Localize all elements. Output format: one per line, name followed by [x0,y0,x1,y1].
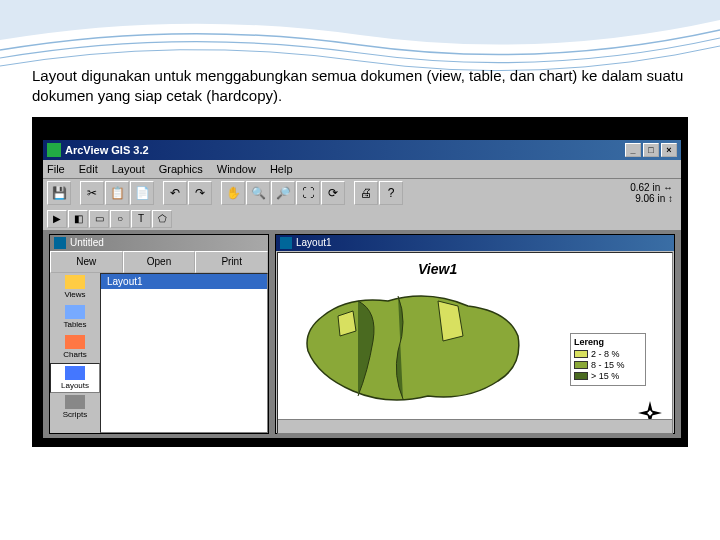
menu-window[interactable]: Window [217,163,256,175]
zoom-out-icon[interactable]: 🔎 [271,181,295,205]
layout-window[interactable]: Layout1 View1 [275,234,675,434]
sidebar-item-views[interactable]: Views [50,273,100,303]
legend-label: 2 - 8 % [591,349,620,359]
paste-icon[interactable]: 📄 [130,181,154,205]
pan-icon[interactable]: ✋ [221,181,245,205]
app-title-text: ArcView GIS 3.2 [65,144,149,156]
project-window[interactable]: Untitled New Open Print Views Tables Cha… [49,234,269,434]
open-button[interactable]: Open [123,251,196,273]
project-titlebar[interactable]: Untitled [50,235,268,251]
layout-title-text: Layout1 [296,237,332,248]
project-title-text: Untitled [70,237,104,248]
app-icon [47,143,61,157]
fit-icon[interactable]: ⛶ [296,181,320,205]
menu-graphics[interactable]: Graphics [159,163,203,175]
svg-marker-2 [638,410,650,416]
pixel-tool-icon[interactable]: ◧ [68,210,88,228]
workspace: Untitled New Open Print Views Tables Cha… [43,230,681,438]
coord-bottom: 9.06 in ↕ [630,193,673,204]
layout-canvas[interactable]: View1 Lereng 2 - 8 [277,252,673,434]
legend-row: > 15 % [574,371,642,381]
save-icon[interactable]: 💾 [47,181,71,205]
text-tool-icon[interactable]: T [131,210,151,228]
legend-row: 8 - 15 % [574,360,642,370]
legend-swatch [574,361,588,369]
refresh-icon[interactable]: ⟳ [321,181,345,205]
project-list[interactable]: Layout1 [100,273,268,433]
coordinate-readout: 0.62 in ↔ 9.06 in ↕ [630,182,673,204]
coord-top: 0.62 in ↔ [630,182,673,193]
sidebar-item-layouts[interactable]: Layouts [50,363,100,393]
rect-tool-icon[interactable]: ▭ [89,210,109,228]
app-titlebar[interactable]: ArcView GIS 3.2 _ □ × [43,140,681,160]
layout-titlebar[interactable]: Layout1 [276,235,674,251]
menu-layout[interactable]: Layout [112,163,145,175]
legend-swatch [574,350,588,358]
project-sidebar: Views Tables Charts Layouts Scripts [50,273,100,433]
undo-icon[interactable]: ↶ [163,181,187,205]
svg-marker-3 [650,410,662,416]
sidebar-item-scripts[interactable]: Scripts [50,393,100,423]
project-icon [54,237,66,249]
map-legend: Lereng 2 - 8 % 8 - 15 % > 15 % [570,333,646,386]
layout-icon [280,237,292,249]
print-icon[interactable]: 🖨 [354,181,378,205]
circle-tool-icon[interactable]: ○ [110,210,130,228]
cut-icon[interactable]: ✂ [80,181,104,205]
legend-title: Lereng [574,337,642,347]
maximize-button[interactable]: □ [643,143,659,157]
close-button[interactable]: × [661,143,677,157]
sidebar-item-tables[interactable]: Tables [50,303,100,333]
map-graphic [298,281,528,421]
list-item[interactable]: Layout1 [101,274,267,289]
menu-file[interactable]: File [47,163,65,175]
print-button[interactable]: Print [195,251,268,273]
menu-help[interactable]: Help [270,163,293,175]
menu-edit[interactable]: Edit [79,163,98,175]
minimize-button[interactable]: _ [625,143,641,157]
legend-row: 2 - 8 % [574,349,642,359]
view-label: View1 [418,261,457,277]
new-button[interactable]: New [50,251,123,273]
app-window: ArcView GIS 3.2 _ □ × File Edit Layout G… [42,139,682,439]
scrollbar-horizontal[interactable] [278,419,672,433]
toolbar-main: 💾 ✂ 📋 📄 ↶ ↷ ✋ 🔍 🔎 ⛶ ⟳ 🖨 ? [43,178,681,208]
pointer-tool-icon[interactable]: ▶ [47,210,67,228]
legend-swatch [574,372,588,380]
app-screenshot: ArcView GIS 3.2 _ □ × File Edit Layout G… [32,117,688,447]
copy-icon[interactable]: 📋 [105,181,129,205]
redo-icon[interactable]: ↷ [188,181,212,205]
help-icon[interactable]: ? [379,181,403,205]
slide-description: Layout digunakan untuk menggabungkan sem… [32,66,688,107]
menu-bar: File Edit Layout Graphics Window Help [43,160,681,178]
legend-label: > 15 % [591,371,619,381]
poly-tool-icon[interactable]: ⬠ [152,210,172,228]
sidebar-item-charts[interactable]: Charts [50,333,100,363]
toolbar-tools: ▶ ◧ ▭ ○ T ⬠ [43,208,681,230]
zoom-in-icon[interactable]: 🔍 [246,181,270,205]
legend-label: 8 - 15 % [591,360,625,370]
